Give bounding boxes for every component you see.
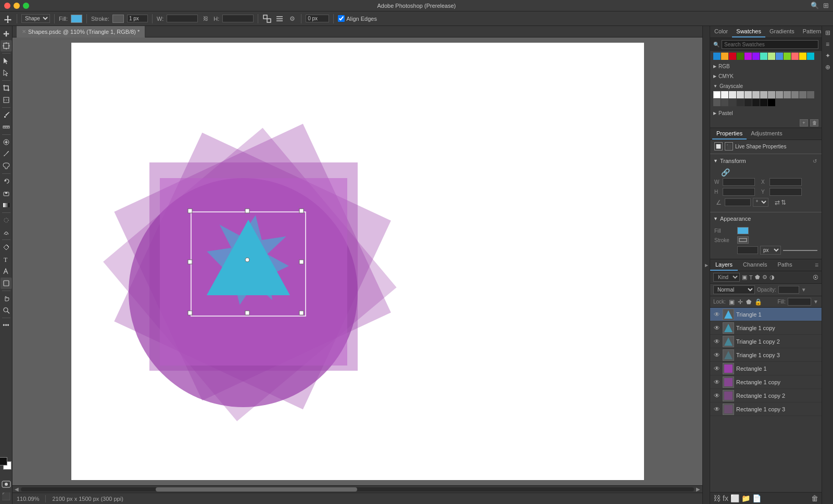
panel-tool-4[interactable]: ⊕: [823, 62, 832, 72]
scroll-right-btn[interactable]: ▶: [696, 486, 700, 492]
stroke-size-unit-select[interactable]: px: [760, 246, 781, 255]
layer-visibility-rectangle1copy[interactable]: 👁: [713, 379, 721, 386]
gs-swatch-14[interactable]: [713, 99, 721, 106]
layer-item-rectangle1copy3[interactable]: 👁 Rectangle 1 copy 3: [710, 402, 822, 416]
layer-item-rectangle1copy2[interactable]: 👁 Rectangle 1 copy 2: [710, 389, 822, 402]
tab-patterns[interactable]: Patterns: [799, 26, 822, 37]
search-icon[interactable]: 🔍: [811, 2, 819, 9]
crop-tool[interactable]: [1, 82, 12, 94]
fill-color-box[interactable]: [71, 15, 82, 23]
gs-swatch-6[interactable]: [752, 91, 760, 98]
artboard-tool[interactable]: [1, 40, 12, 52]
color-boxes[interactable]: [0, 457, 14, 472]
panel-tool-3[interactable]: ✦: [823, 51, 832, 60]
zoom-tool[interactable]: [1, 305, 12, 316]
width-input[interactable]: 136.81 p: [167, 15, 198, 22]
tab-channels[interactable]: Channels: [738, 259, 772, 271]
angle-input[interactable]: 0.00°: [725, 198, 751, 206]
stroke-appearance-swatch[interactable]: [737, 236, 749, 244]
layer-item-triangle1copy3[interactable]: 👁 Triangle 1 copy 3: [710, 348, 822, 362]
swatch-cyan[interactable]: [807, 53, 814, 60]
filter-smart-icon[interactable]: ⚙: [762, 274, 767, 281]
gs-swatch-17[interactable]: [737, 99, 744, 106]
gs-swatch-4[interactable]: [737, 91, 744, 98]
ruler-tool[interactable]: [1, 121, 12, 133]
tab-close-icon[interactable]: ✕: [22, 29, 26, 34]
corner-radius-input[interactable]: [306, 15, 329, 22]
dodge-tool[interactable]: [1, 226, 12, 238]
type-tool[interactable]: T: [1, 254, 12, 265]
align-edges-checkbox[interactable]: [338, 15, 345, 22]
tab-paths[interactable]: Paths: [773, 259, 798, 271]
new-swatch-btn[interactable]: +: [800, 119, 808, 127]
gs-swatch-15[interactable]: [721, 99, 728, 106]
layer-visibility-rectangle1copy3[interactable]: 👁: [713, 406, 721, 413]
select-tool[interactable]: [1, 55, 12, 67]
lock-artboards-icon[interactable]: ⬟: [746, 298, 751, 306]
layer-visibility-rectangle1copy2[interactable]: 👁: [713, 392, 721, 399]
eyedropper-tool[interactable]: [1, 109, 12, 121]
transform-section-header[interactable]: ▼ Transform ↺: [710, 155, 822, 167]
healing-tool[interactable]: [1, 136, 12, 148]
new-group-btn[interactable]: 📁: [741, 494, 750, 502]
maximize-button[interactable]: [23, 3, 29, 9]
angle-dropdown[interactable]: °: [753, 198, 768, 207]
lock-all-icon[interactable]: 🔒: [754, 298, 762, 306]
swatch-search-input[interactable]: [722, 40, 818, 49]
gs-swatch-12[interactable]: [799, 91, 806, 98]
stroke-color-box[interactable]: [112, 15, 124, 23]
close-button[interactable]: [4, 3, 10, 9]
gs-swatch-3[interactable]: [729, 91, 736, 98]
layer-item-triangle1copy2[interactable]: 👁 Triangle 1 copy 2: [710, 335, 822, 348]
gs-swatch-9[interactable]: [776, 91, 783, 98]
quick-mask-btn[interactable]: [1, 478, 12, 490]
gs-swatch-8[interactable]: [768, 91, 775, 98]
layers-panel-menu-btn[interactable]: ≡: [812, 261, 822, 269]
lock-position-icon[interactable]: ✛: [738, 298, 743, 306]
swatch-lime[interactable]: [768, 53, 775, 60]
pen-tool[interactable]: [1, 242, 12, 253]
window-controls[interactable]: [4, 3, 29, 9]
appearance-section-header[interactable]: ▼ Appearance: [710, 213, 822, 224]
rgb-group-header[interactable]: ▶ RGB: [713, 62, 818, 70]
filter-pixel-icon[interactable]: ▣: [742, 274, 747, 281]
w-transform-input[interactable]: 136.81 px: [723, 178, 755, 186]
clone-stamp-tool[interactable]: [1, 160, 12, 172]
fill-appearance-swatch[interactable]: [737, 227, 749, 234]
gs-swatch-5[interactable]: [744, 91, 752, 98]
align-edges-label[interactable]: Align Edges: [338, 15, 377, 22]
swatch-teal[interactable]: [760, 53, 767, 60]
gs-swatch-11[interactable]: [791, 91, 799, 98]
path-align-icon[interactable]: [275, 14, 284, 23]
collapse-panel-btn[interactable]: ▶: [702, 26, 710, 504]
layers-list[interactable]: 👁 Triangle 1 👁 Triangle 1 copy �: [710, 308, 822, 492]
layer-visibility-triangle1copy3[interactable]: 👁: [713, 351, 721, 359]
tab-swatches[interactable]: Swatches: [732, 26, 765, 37]
gs-swatch-7[interactable]: [760, 91, 767, 98]
filter-kind-select[interactable]: Kind: [713, 273, 740, 282]
direct-select-tool[interactable]: [1, 67, 12, 79]
gs-swatch-10[interactable]: [784, 91, 791, 98]
layer-visibility-triangle1copy2[interactable]: 👁: [713, 338, 721, 345]
path-select-tool[interactable]: [1, 266, 12, 277]
h-transform-input[interactable]: 118.5 px: [723, 188, 755, 196]
swatch-skyblue[interactable]: [776, 53, 783, 60]
blur-tool[interactable]: [1, 215, 12, 226]
path-ops-icon[interactable]: [262, 14, 272, 23]
gs-swatch-18[interactable]: [744, 99, 752, 106]
document-tab[interactable]: ✕ Shapes.psdc @ 110% (Triangle 1, RGB/8)…: [17, 26, 145, 37]
swatch-green[interactable]: [737, 53, 744, 60]
stroke-size-input[interactable]: [127, 15, 148, 22]
link-icon[interactable]: ⛓: [201, 14, 210, 23]
slice-tool[interactable]: [1, 94, 12, 106]
gs-swatch-20[interactable]: [760, 99, 767, 106]
fill-percentage-input[interactable]: 100%: [788, 298, 811, 306]
layer-item-triangle1[interactable]: 👁 Triangle 1: [710, 308, 822, 321]
delete-layer-btn[interactable]: 🗑: [811, 494, 818, 502]
grayscale-group-header[interactable]: ▼ Grayscale: [713, 82, 818, 90]
eraser-tool[interactable]: [1, 187, 12, 199]
swatch-coral[interactable]: [791, 53, 799, 60]
swatch-orange[interactable]: [721, 53, 728, 60]
scroll-left-btn[interactable]: ◀: [15, 486, 19, 492]
flip-h-icon[interactable]: ⇄: [775, 199, 780, 206]
